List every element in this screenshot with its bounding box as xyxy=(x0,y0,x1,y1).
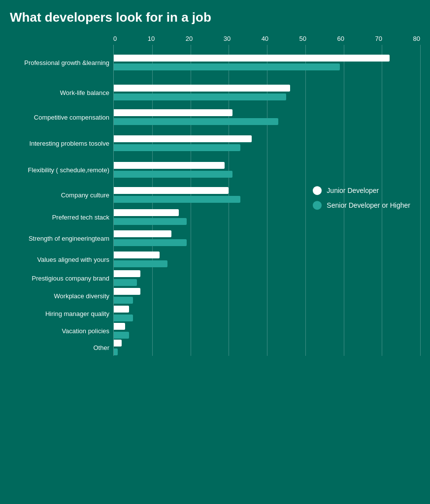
bar-row-senior xyxy=(114,239,420,246)
bar-row-senior xyxy=(114,279,420,286)
x-axis-label: 0 xyxy=(113,35,117,42)
y-label: Company culture xyxy=(10,183,113,207)
bar-row-junior xyxy=(114,209,420,216)
bar-group xyxy=(114,183,420,207)
bar-group xyxy=(114,157,420,183)
y-label: Other xyxy=(10,339,113,356)
y-label: Strength of engineeringteam xyxy=(10,227,113,250)
bar-row-junior xyxy=(114,252,420,258)
bar-row-senior xyxy=(114,63,420,70)
x-axis-label: 80 xyxy=(413,35,420,42)
bar-group xyxy=(114,129,420,157)
bar-group xyxy=(114,269,420,287)
bar-junior xyxy=(114,230,171,237)
bar-junior xyxy=(114,85,290,92)
bar-group xyxy=(114,305,420,322)
bar-senior xyxy=(114,332,129,339)
bar-group xyxy=(114,287,420,305)
bar-group xyxy=(114,250,420,269)
bar-row-junior xyxy=(114,270,420,277)
bar-junior xyxy=(114,288,140,295)
bar-row-senior xyxy=(114,315,420,321)
bar-row-senior xyxy=(114,218,420,225)
bar-junior xyxy=(114,135,252,142)
bar-senior xyxy=(114,196,240,203)
bar-group xyxy=(114,45,420,80)
bar-senior xyxy=(114,260,167,267)
bar-junior xyxy=(114,252,160,258)
bar-senior xyxy=(114,348,118,355)
bar-row-junior xyxy=(114,85,420,92)
bar-row-senior xyxy=(114,260,420,267)
bar-senior xyxy=(114,94,286,100)
y-label: Interesting problems tosolve xyxy=(10,129,113,157)
bar-row-junior xyxy=(114,323,420,330)
x-axis-label: 60 xyxy=(337,35,344,42)
y-label: Hiring manager quality xyxy=(10,305,113,322)
x-axis-label: 70 xyxy=(375,35,382,42)
y-label: Prestigious company brand xyxy=(10,269,113,287)
grid-line xyxy=(420,45,421,356)
y-label: Competitive compensation xyxy=(10,105,113,129)
x-axis-label: 30 xyxy=(224,35,231,42)
bar-junior xyxy=(114,340,122,346)
bar-row-senior xyxy=(114,144,420,151)
bars-area: Junior Developer Senior Developer or Hig… xyxy=(113,45,420,356)
y-label: Workplace diversity xyxy=(10,287,113,305)
bar-senior xyxy=(114,279,137,286)
bar-row-junior xyxy=(114,230,420,237)
bar-junior xyxy=(114,162,225,169)
bar-senior xyxy=(114,297,133,304)
y-label: Flexibility ( schedule,remote) xyxy=(10,157,113,183)
bar-group xyxy=(114,322,420,339)
y-labels: Professional growth &learningWork-life b… xyxy=(10,45,113,356)
bar-senior xyxy=(114,63,340,70)
bar-group xyxy=(114,207,420,227)
bar-group xyxy=(114,227,420,250)
bar-row-senior xyxy=(114,332,420,339)
bar-row-junior xyxy=(114,135,420,142)
y-label: Professional growth &learning xyxy=(10,45,113,80)
y-label: Work-life balance xyxy=(10,80,113,105)
y-label: Vacation policies xyxy=(10,322,113,339)
bar-row-senior xyxy=(114,348,420,355)
x-axis-label: 40 xyxy=(262,35,268,42)
bar-junior xyxy=(114,109,232,116)
bar-junior xyxy=(114,323,125,330)
chart-container: 01020304050607080 Professional growth &l… xyxy=(10,35,420,356)
bar-junior xyxy=(114,209,179,216)
x-axis: 01020304050607080 xyxy=(113,35,420,42)
bar-junior xyxy=(114,187,229,194)
x-axis-label: 50 xyxy=(299,35,306,42)
bar-row-senior xyxy=(114,94,420,100)
bar-row-senior xyxy=(114,196,420,203)
y-label: Values aligned with yours xyxy=(10,250,113,269)
bar-group xyxy=(114,80,420,105)
bar-row-junior xyxy=(114,306,420,313)
bar-row-junior xyxy=(114,340,420,346)
bar-row-junior xyxy=(114,288,420,295)
bar-junior xyxy=(114,270,140,277)
bar-senior xyxy=(114,118,278,125)
bar-senior xyxy=(114,171,232,178)
bar-group xyxy=(114,105,420,129)
bar-row-junior xyxy=(114,55,420,62)
bar-row-junior xyxy=(114,162,420,169)
x-axis-label: 20 xyxy=(186,35,193,42)
y-label: Preferred tech stack xyxy=(10,207,113,227)
bar-senior xyxy=(114,218,187,225)
bar-senior xyxy=(114,239,187,246)
bar-row-senior xyxy=(114,171,420,178)
bar-senior xyxy=(114,315,133,321)
bar-row-junior xyxy=(114,109,420,116)
x-axis-label: 10 xyxy=(148,35,155,42)
chart-title: What developers look for in a job xyxy=(10,10,420,25)
bar-junior xyxy=(114,306,129,313)
bar-junior xyxy=(114,55,390,62)
bar-row-senior xyxy=(114,118,420,125)
bar-row-junior xyxy=(114,187,420,194)
bar-row-senior xyxy=(114,297,420,304)
bar-senior xyxy=(114,144,240,151)
chart-body: Professional growth &learningWork-life b… xyxy=(10,45,420,356)
bar-group xyxy=(114,339,420,356)
